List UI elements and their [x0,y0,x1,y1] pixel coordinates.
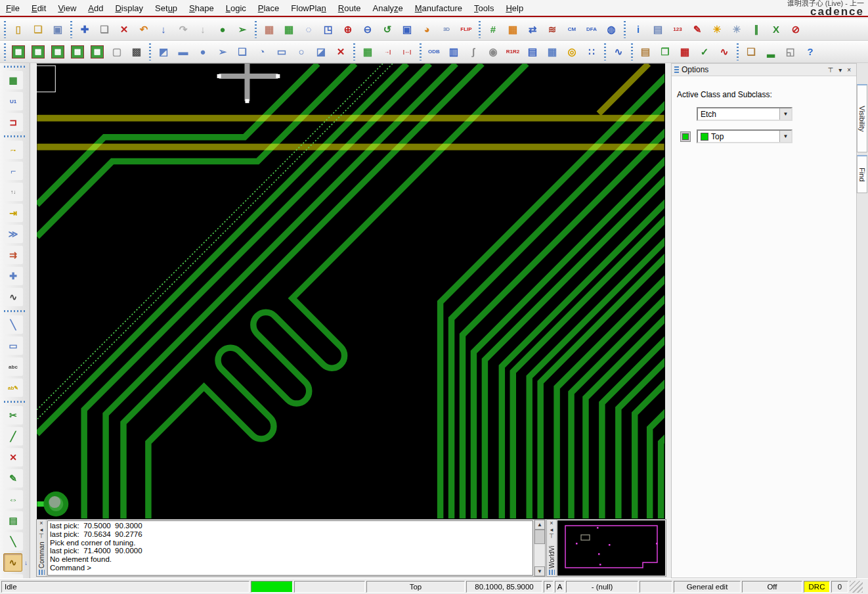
report-book-button[interactable]: ❒ [656,43,674,61]
ratsnest-edit-button[interactable]: ✎ [3,469,23,488]
options-drag-handle[interactable] [674,66,679,74]
zoom-in-button[interactable]: ⊕ [339,20,357,39]
shape-corner-button[interactable]: ◩ [154,43,173,61]
new-drawing-button[interactable]: ▯ [9,20,28,39]
zoom-world-button[interactable]: ◕ [418,20,436,39]
layer-color-swatch[interactable] [680,131,691,142]
zoom-previous-button[interactable]: ↺ [378,20,397,39]
odb-export-button[interactable]: ODB [425,43,443,61]
menu-flowplan[interactable]: FlowPlan [285,1,332,15]
scroll-thumb[interactable] [534,530,545,544]
dehighlight-button[interactable]: ✎ [688,20,706,39]
menu-setup[interactable]: Setup [149,1,183,15]
rect-outline-button[interactable]: ▭ [272,43,291,61]
highlight-button[interactable]: ☀ [708,20,726,39]
zoom-fit-button[interactable]: ◳ [319,20,337,39]
console-drag-handle[interactable] [39,570,45,575]
show-property-button[interactable]: ▤ [649,20,667,39]
zoom-out-button[interactable]: ⊖ [358,20,377,39]
window-min-button[interactable]: ▂ [762,43,780,61]
hourglass-button[interactable]: X [767,20,785,39]
place-component-button[interactable]: U1 [3,92,23,110]
select-tool-button[interactable]: ➢ [213,43,232,61]
export-button[interactable]: ↓ [194,20,212,39]
repair-tool-button[interactable]: ʃ [464,43,483,61]
fanout-pads-button[interactable]: ✚ [3,267,23,285]
report-new-button[interactable]: ▤ [636,43,655,61]
menu-view[interactable]: View [52,1,82,15]
variant-editor-button[interactable]: ▦ [676,43,694,61]
worldview-pin-icon[interactable]: ⊤ [549,534,554,540]
no-pick-button[interactable]: ⊘ [787,20,805,39]
testpoint-button[interactable]: ◎ [563,43,581,61]
resize-grip[interactable] [850,581,863,593]
undo-button[interactable]: ↶ [135,20,153,39]
menu-manufacture[interactable]: Manufacture [409,1,468,15]
class-combo-arrow-icon[interactable]: ▼ [779,108,791,120]
delay-meander-button[interactable]: ∿ [3,288,23,306]
import-button[interactable]: ↓ [154,20,173,39]
console-scrollbar[interactable]: ▲ ▼ [534,520,545,576]
snapshot-button[interactable]: ◉ [484,43,502,61]
gloss-route-button[interactable]: ≫ [3,225,23,243]
shape-circle-button[interactable]: ● [194,43,212,61]
shape-copy-button[interactable]: ❏ [233,43,251,61]
restore-sheet-button[interactable]: ▦ [3,71,23,89]
shape-rect-button[interactable]: ▬ [174,43,192,61]
grid-points-button[interactable]: ▦ [260,20,278,39]
zoom-points-button[interactable]: ◌ [299,20,318,39]
pcb-tool-4-button[interactable]: ▩ [68,43,87,61]
dfa-spreadsheet-button[interactable]: DFA [582,20,601,39]
pin-button[interactable]: ➢ [233,20,251,39]
ratsnest-align-button[interactable]: ⇔ [3,490,23,509]
add-connect-line-button[interactable]: ⌐• [3,141,23,159]
cross-layers-button[interactable]: ▥ [445,43,463,61]
shell-button[interactable]: ● [213,20,232,39]
spread-lines-button[interactable]: ⇉ [3,246,23,264]
worldview-tab-label[interactable]: WorldVi [548,542,555,568]
shape-delete-button[interactable]: ✕ [332,43,350,61]
pcb-tool-7-button[interactable]: ▩ [127,43,146,61]
circle-outline-button[interactable]: ○ [292,43,311,61]
net-waveform-button[interactable]: ∿ [609,43,628,61]
world-map-button[interactable]: ◍ [602,20,620,39]
delete-button[interactable]: ✕ [115,20,133,39]
menu-add[interactable]: Add [82,1,109,15]
menu-analyze[interactable]: Analyze [367,1,409,15]
report-list-button[interactable]: ▤ [523,43,542,61]
worldview-drag-handle[interactable] [549,570,555,575]
add-connector-button[interactable]: ⊐ [3,113,23,131]
menu-tools[interactable]: Tools [468,1,500,15]
toolbar-drag-handle[interactable] [4,309,26,313]
ratsnest-hide-button[interactable]: ✂ [3,406,23,424]
toolbar-drag-handle[interactable] [4,400,26,404]
slide-element-button[interactable]: ⇥ [3,204,23,222]
add-rectangle-button[interactable]: ▭ [3,336,23,355]
probe-signal-button[interactable]: ∿ [715,43,733,61]
options-menu-icon[interactable]: ▾ [836,66,844,74]
grid-toggle-button[interactable]: # [484,20,502,39]
move-button[interactable]: ✚ [76,20,94,39]
toolbar-drag-handle[interactable] [4,64,26,69]
align-span-button[interactable]: |↔| [398,43,416,61]
copy-button[interactable]: ❏ [95,20,114,39]
shape-arc-button[interactable]: ◔ [253,43,271,61]
add-via-button[interactable]: ↑↓ [3,183,23,201]
constraint-manager-button[interactable]: CM [563,20,581,39]
pcb-tool-2-button[interactable]: ▩ [29,43,47,61]
tab-visibility[interactable]: Visibility [857,84,867,152]
align-right-button[interactable]: →| [378,43,397,61]
toolbar-drag-handle[interactable] [4,134,26,139]
menu-shape[interactable]: Shape [183,1,220,15]
subclass-combo-arrow-icon[interactable]: ▼ [779,131,791,142]
tab-find[interactable]: Find [857,155,867,193]
menu-edit[interactable]: Edit [26,1,52,15]
add-line-button[interactable]: ╲ [3,315,23,334]
edit-text-button[interactable]: ab✎ [3,378,23,397]
ratsnest-report-button[interactable]: ▤ [3,511,23,530]
tune-serpentine-button[interactable]: ∿ [3,553,22,572]
highlight-custom-button[interactable]: ☀ [727,20,746,39]
ratsnest-line-button[interactable]: ╱ [3,427,23,446]
subclass-combo[interactable]: Top ▼ [697,129,792,143]
swap-layers-button[interactable]: ⇄ [523,20,542,39]
